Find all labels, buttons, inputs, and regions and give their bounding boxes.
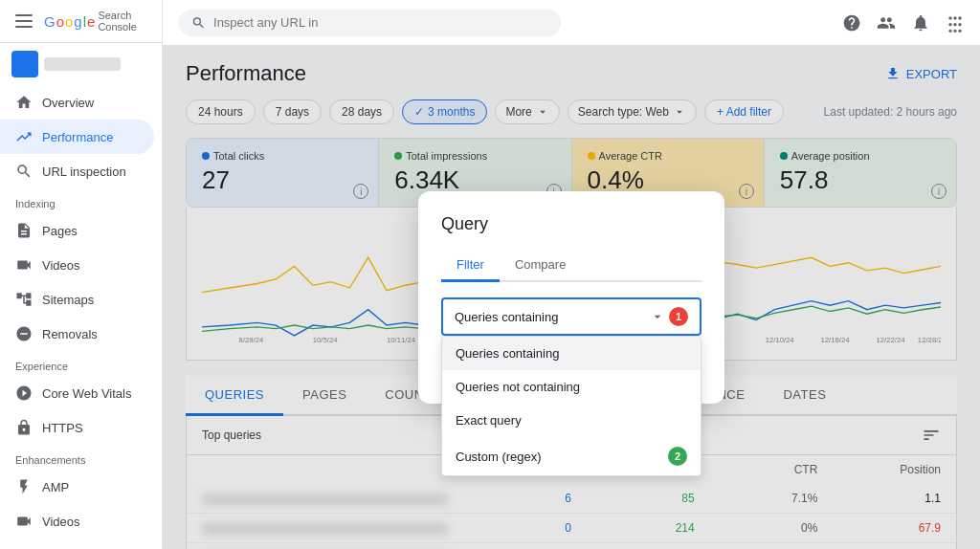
sidebar-item-sitemaps[interactable]: Sitemaps	[0, 282, 154, 317]
enhancements-section-label: Enhancements	[0, 445, 162, 470]
sidebar-header: Google Search Console	[0, 0, 162, 43]
indexing-section-label: Indexing	[0, 188, 162, 213]
dropdown-container: Queries containing 1 Queries containing …	[441, 297, 702, 336]
sidebar-nav: Overview Performance URL inspection Inde…	[0, 85, 162, 549]
url-search-input[interactable]	[213, 15, 547, 30]
option-containing[interactable]: Queries containing	[442, 337, 701, 370]
sidebar-item-videos-enh[interactable]: Videos	[0, 504, 154, 538]
sidebar-item-https[interactable]: HTTPS	[0, 410, 154, 445]
regex-badge: 2	[668, 447, 687, 466]
topbar	[163, 0, 980, 46]
grid-icon[interactable]	[946, 13, 965, 33]
sidebar-item-pages[interactable]: Pages	[0, 213, 154, 248]
help-icon[interactable]	[842, 13, 861, 33]
bell-icon[interactable]	[911, 13, 930, 33]
content-area: Performance EXPORT 24 hours 7 days 28 da…	[163, 46, 980, 549]
modal-tab-compare[interactable]: Compare	[500, 250, 581, 282]
sidebar-item-core-web-vitals[interactable]: Core Web Vitals	[0, 376, 154, 410]
sidebar-item-url-inspection[interactable]: URL inspection	[0, 154, 154, 188]
lock-icon	[15, 419, 33, 436]
dropdown-menu: Queries containing Queries not containin…	[441, 336, 702, 476]
search-icon	[15, 163, 33, 180]
option-regex[interactable]: Custom (regex) 2	[442, 437, 701, 475]
modal-tab-filter[interactable]: Filter	[441, 250, 500, 282]
option-exact-query[interactable]: Exact query	[442, 404, 701, 437]
sidebar-item-overview[interactable]: Overview	[0, 85, 154, 120]
property-selector[interactable]	[0, 43, 162, 85]
file-icon	[15, 222, 33, 239]
trending-up-icon	[15, 128, 33, 145]
search-bar-icon	[191, 15, 206, 31]
query-filter-modal: Query Filter Compare Queries containing …	[418, 191, 724, 404]
sidebar-item-removals[interactable]: Removals	[0, 317, 154, 351]
people-icon[interactable]	[877, 13, 896, 33]
bolt-icon	[15, 478, 33, 495]
sitemap-icon	[15, 291, 33, 308]
dropdown-selected-label: Queries containing	[455, 310, 558, 324]
vitals-icon	[15, 384, 33, 402]
property-icon	[11, 51, 38, 77]
search-bar[interactable]	[178, 10, 561, 36]
modal-overlay: Query Filter Compare Queries containing …	[163, 46, 980, 549]
hamburger-menu[interactable]	[11, 11, 36, 32]
chevron-down-icon	[650, 309, 665, 324]
home-icon	[15, 94, 33, 111]
topbar-icons	[842, 13, 965, 33]
sidebar-item-performance[interactable]: Performance	[0, 120, 154, 154]
main-content: Performance EXPORT 24 hours 7 days 28 da…	[163, 0, 980, 549]
option-not-containing[interactable]: Queries not containing	[442, 370, 701, 404]
video-icon	[15, 256, 33, 274]
sidebar: Google Search Console Overview Performan…	[0, 0, 163, 549]
remove-icon	[15, 325, 33, 342]
experience-section-label: Experience	[0, 351, 162, 376]
filter-type-dropdown[interactable]: Queries containing 1	[441, 297, 702, 336]
google-logo: Google Search Console	[44, 10, 150, 33]
sidebar-item-amp[interactable]: AMP	[0, 470, 154, 504]
video2-icon	[15, 513, 33, 530]
security-section-label: Security & Manual Actions	[0, 538, 162, 549]
modal-title: Query	[441, 214, 702, 234]
modal-tabs: Filter Compare	[441, 250, 702, 282]
dropdown-badge: 1	[669, 307, 688, 326]
property-name	[44, 57, 121, 71]
sidebar-item-videos[interactable]: Videos	[0, 248, 154, 282]
